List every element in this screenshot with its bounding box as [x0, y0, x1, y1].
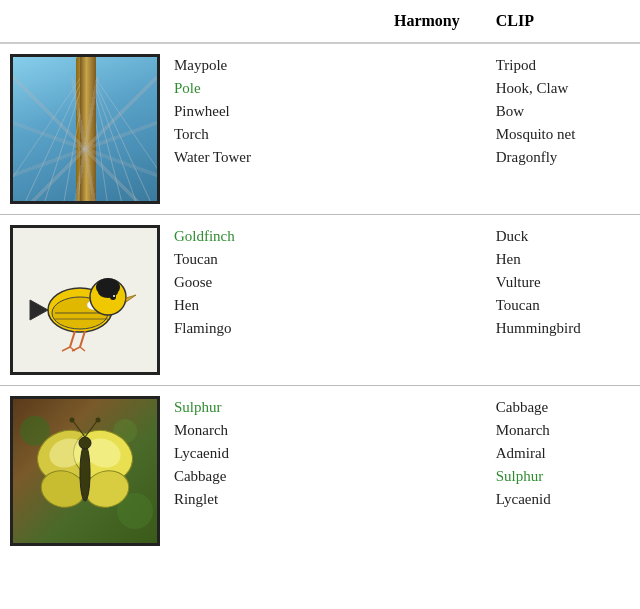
list-item: Duck — [496, 225, 640, 248]
clip-label: CLIP — [496, 12, 534, 29]
svg-line-8 — [88, 67, 153, 204]
svg-marker-23 — [30, 300, 48, 320]
svg-marker-22 — [126, 295, 136, 302]
svg-line-5 — [88, 67, 108, 204]
list-item: Sulphur — [174, 396, 476, 419]
svg-line-10 — [13, 67, 88, 177]
list-item: Lycaenid — [174, 442, 476, 465]
list-item: Toucan — [174, 248, 476, 271]
list-item: Flamingo — [174, 317, 476, 340]
list-item: Hook, Claw — [496, 77, 640, 100]
clip-cell-butterfly: CabbageMonarchAdmiralSulphurLycaenid — [476, 386, 640, 557]
harmony-label: Harmony — [394, 12, 460, 29]
list-item: Water Tower — [174, 146, 476, 169]
list-item: Cabbage — [174, 465, 476, 488]
svg-point-42 — [70, 418, 75, 423]
svg-line-3 — [78, 67, 88, 204]
comparison-table: Harmony CLIP — [0, 0, 640, 556]
image-cell-maypole — [0, 43, 164, 215]
svg-line-1 — [43, 67, 88, 204]
list-item: Mosquito net — [496, 123, 640, 146]
list-item: Hummingbird — [496, 317, 640, 340]
svg-point-40 — [79, 437, 91, 449]
svg-point-44 — [96, 418, 101, 423]
list-item: Vulture — [496, 271, 640, 294]
list-item: Dragonfly — [496, 146, 640, 169]
col-clip-header: CLIP — [476, 0, 640, 43]
main-container: Harmony CLIP — [0, 0, 640, 556]
section-row-maypole: MaypolePolePinwheelTorchWater TowerTripo… — [0, 43, 640, 215]
harmony-cell-butterfly: SulphurMonarchLycaenidCabbageRinglet — [164, 386, 476, 557]
section-row-goldfinch: GoldfinchToucanGooseHenFlamingoDuckHenVu… — [0, 215, 640, 386]
harmony-cell-maypole: MaypolePolePinwheelTorchWater Tower — [164, 43, 476, 215]
list-item: Cabbage — [496, 396, 640, 419]
goldfinch-image — [10, 225, 160, 375]
list-item: Monarch — [496, 419, 640, 442]
harmony-cell-goldfinch: GoldfinchToucanGooseHenFlamingo — [164, 215, 476, 386]
list-item: Goose — [174, 271, 476, 294]
clip-cell-goldfinch: DuckHenVultureToucanHummingbird — [476, 215, 640, 386]
svg-line-24 — [70, 331, 75, 347]
svg-line-25 — [80, 331, 85, 347]
svg-line-26 — [62, 347, 70, 351]
image-cell-goldfinch — [0, 215, 164, 386]
list-item: Sulphur — [496, 465, 640, 488]
maypole-image — [10, 54, 160, 204]
col-harmony-header: Harmony — [164, 0, 476, 43]
list-item: Hen — [174, 294, 476, 317]
svg-line-9 — [88, 67, 160, 177]
list-item: Ringlet — [174, 488, 476, 511]
list-item: Hen — [496, 248, 640, 271]
svg-line-7 — [88, 67, 138, 204]
svg-line-2 — [63, 67, 88, 204]
list-item: Tripod — [496, 54, 640, 77]
list-item: Monarch — [174, 419, 476, 442]
image-cell-butterfly — [0, 386, 164, 557]
list-item: Toucan — [496, 294, 640, 317]
svg-line-6 — [88, 67, 123, 204]
svg-line-29 — [80, 347, 85, 351]
svg-rect-11 — [80, 57, 96, 204]
col-image-header — [0, 0, 164, 43]
section-row-butterfly: SulphurMonarchLycaenidCabbageRingletCabb… — [0, 386, 640, 557]
list-item: Pole — [174, 77, 476, 100]
svg-point-21 — [113, 295, 115, 297]
clip-cell-maypole: TripodHook, ClawBowMosquito netDragonfly — [476, 43, 640, 215]
list-item: Maypole — [174, 54, 476, 77]
list-item: Bow — [496, 100, 640, 123]
list-item: Admiral — [496, 442, 640, 465]
list-item: Lycaenid — [496, 488, 640, 511]
butterfly-image — [10, 396, 160, 546]
svg-point-20 — [110, 294, 116, 300]
svg-point-39 — [80, 445, 90, 501]
list-item: Goldfinch — [174, 225, 476, 248]
list-item: Torch — [174, 123, 476, 146]
svg-line-0 — [23, 67, 88, 204]
svg-line-4 — [88, 67, 93, 204]
list-item: Pinwheel — [174, 100, 476, 123]
